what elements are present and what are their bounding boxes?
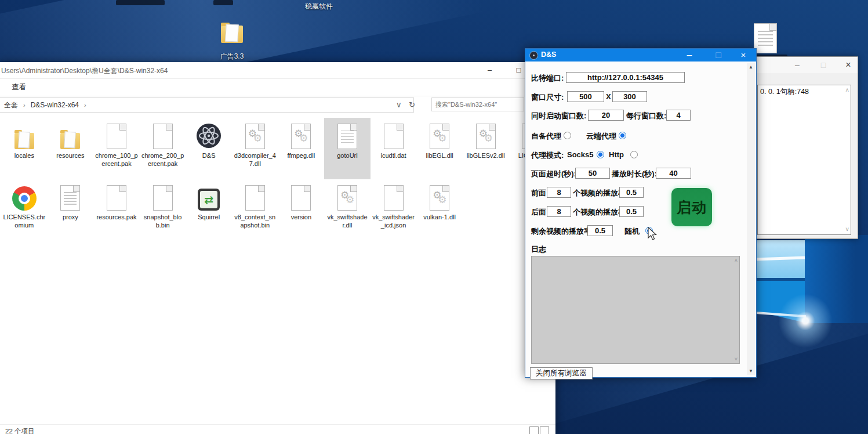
file-item[interactable]: resources.pak [93, 179, 140, 241]
file-name: d3dcompiler_47.dll [232, 152, 278, 168]
back-count-input[interactable] [547, 206, 571, 217]
file-item[interactable]: proxy [48, 179, 94, 241]
document-icon [153, 124, 173, 149]
chevron-down-icon[interactable]: ∨ [396, 100, 402, 109]
address-bar[interactable]: 全套›D&S-win32-x64› ∨ ↻ [0, 97, 414, 113]
view-list-icon[interactable] [529, 426, 539, 434]
front-count-input[interactable] [547, 187, 571, 198]
scroll-down-icon[interactable]: ˅ [845, 226, 849, 233]
scroll-down-icon[interactable]: ˅ [735, 356, 738, 362]
play-duration-input[interactable] [656, 168, 691, 179]
play-duration-label: 播放时长(秒): [612, 169, 657, 179]
socks5-radio[interactable] [597, 151, 604, 158]
concurrent-windows-input[interactable] [588, 110, 624, 121]
file-item[interactable]: vulkan-1.dll [416, 179, 463, 241]
file-item[interactable]: v8_context_snapshot.bin [232, 179, 278, 241]
file-item[interactable]: vk_swiftshader.dll [324, 179, 371, 241]
own-proxy-radio[interactable] [564, 132, 571, 139]
maximize-button[interactable]: □ [709, 49, 728, 62]
desktop-folder-icon[interactable] [221, 26, 243, 43]
document-icon [291, 124, 311, 149]
window-height-input[interactable] [612, 91, 647, 102]
file-name: vulkan-1.dll [416, 214, 463, 222]
dialog-scrollbar[interactable]: ▲ ▼ [747, 63, 755, 375]
file-item[interactable]: libGLESv2.dll [463, 118, 509, 179]
file-name: resources.pak [93, 214, 140, 222]
file-item[interactable]: icudtl.dat [371, 118, 417, 179]
document-icon [291, 185, 311, 211]
explorer-status-bar: 22 个项目 [0, 424, 555, 434]
http-radio[interactable] [630, 151, 638, 158]
file-item[interactable]: gotoUrl [324, 118, 371, 179]
file-item[interactable]: vk_swiftshader_icd.json [371, 179, 417, 241]
file-item[interactable]: resources [48, 118, 94, 179]
close-all-browsers-button[interactable]: 关闭所有浏览器 [530, 367, 593, 379]
scroll-down-icon[interactable]: ▼ [747, 368, 755, 374]
scroll-up-icon[interactable]: ˄ [735, 258, 738, 263]
socks5-label: Socks5 [567, 150, 594, 159]
cloud-proxy-label: 云端代理 [586, 131, 616, 142]
document-icon [245, 185, 265, 211]
file-item[interactable]: snapshot_blob.bin [140, 179, 186, 241]
win10-logo-divider [755, 278, 805, 281]
file-grid: localesresourceschrome_100_percent.pakch… [1, 118, 555, 241]
file-item[interactable]: LICENSES.chromium [1, 179, 48, 241]
own-proxy-label: 自备代理 [531, 131, 561, 142]
front-rate-input[interactable] [619, 187, 644, 198]
close-button[interactable]: × [837, 57, 860, 73]
http-label: Http [609, 150, 624, 159]
folder-icon [60, 133, 80, 149]
mouse-cursor [647, 227, 659, 243]
electron-app-icon [195, 122, 222, 149]
document-icon [60, 185, 80, 211]
document-icon [153, 185, 173, 211]
scroll-up-icon[interactable]: ▲ [747, 64, 755, 70]
document-icon [337, 185, 357, 211]
ds-dialog: D&S – □ × 比特端口: 窗口尺寸: X 同时启动窗口数: 每行窗口数: … [525, 48, 757, 378]
file-item[interactable]: locales [1, 118, 48, 179]
minimize-button[interactable]: – [680, 49, 699, 62]
breadcrumb-item[interactable]: 全套 [4, 101, 18, 109]
maximize-button[interactable]: □ [812, 57, 835, 73]
breadcrumb-item[interactable]: D&S-win32-x64 [31, 101, 79, 109]
close-button[interactable]: × [732, 49, 755, 62]
search-input[interactable] [431, 97, 524, 111]
breadcrumb: 全套›D&S-win32-x64› [4, 100, 92, 110]
start-button[interactable]: 启动 [671, 188, 712, 226]
back-rate-input[interactable] [619, 206, 644, 217]
document-icon [384, 124, 404, 149]
file-name: Squirrel [186, 214, 232, 222]
file-item[interactable]: libEGL.dll [416, 118, 463, 179]
minimize-button[interactable]: – [786, 57, 809, 73]
file-item[interactable]: ⇄Squirrel [186, 179, 232, 241]
file-name: LICENSES.chromium [1, 214, 48, 229]
window-width-input[interactable] [567, 91, 604, 102]
port-input[interactable] [566, 72, 685, 83]
per-row-input[interactable] [666, 110, 691, 121]
file-item[interactable]: chrome_200_percent.pak [140, 118, 186, 179]
desktop-folder-label[interactable]: 广告3.3 [213, 52, 250, 62]
cloud-proxy-radio[interactable] [619, 132, 626, 139]
chevron-right-icon: › [23, 102, 26, 108]
file-item[interactable]: chrome_100_percent.pak [93, 118, 140, 179]
log-area[interactable]: ˄ ˅ [531, 256, 740, 364]
page-timeout-input[interactable] [575, 168, 610, 179]
view-thumbnails-icon[interactable] [540, 426, 549, 434]
concurrent-windows-label: 同时启动窗口数: [531, 111, 586, 121]
folder-icon [14, 133, 34, 149]
file-item[interactable]: ffmpeg.dll [278, 118, 325, 179]
minimize-button[interactable]: – [477, 62, 503, 78]
menu-view[interactable]: 查看 [12, 82, 26, 92]
file-item[interactable]: d3dcompiler_47.dll [232, 118, 278, 179]
handle-window-titlebar: – □ × [751, 57, 858, 73]
desktop-document-icon[interactable] [754, 23, 777, 53]
file-item[interactable]: D&S [186, 118, 232, 179]
desktop-icon-label[interactable]: 稳赢软件 [293, 2, 345, 12]
handle-list[interactable]: 0. 0. 1句柄:748 ˄ ˅ [757, 85, 851, 235]
document-icon [107, 185, 126, 211]
refresh-icon[interactable]: ↻ [409, 100, 415, 109]
rest-rate-input[interactable] [587, 225, 613, 236]
win10-logo-glow [775, 290, 836, 352]
scroll-up-icon[interactable]: ˄ [845, 87, 849, 93]
file-item[interactable]: version [278, 179, 325, 241]
